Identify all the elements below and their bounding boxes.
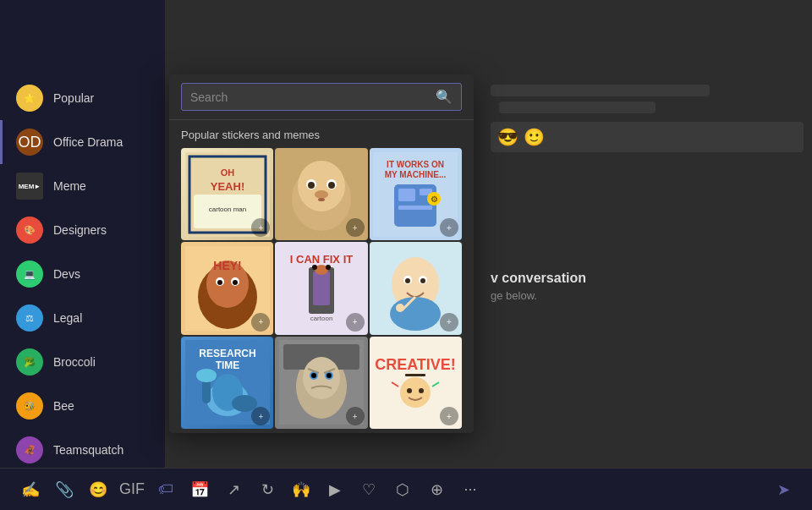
sticker-oh-yeah[interactable]: OH YEAH! cartoon man + (181, 148, 273, 240)
emoji-snippet: 😎 🙂 (491, 122, 804, 152)
svg-point-44 (405, 278, 410, 283)
toolbar: ✍📎😊GIF🏷📅↗↻🙌▶♡⬡⊕···➤ (0, 468, 812, 510)
sidebar-item-meme[interactable]: MEM►Meme (0, 164, 165, 208)
sidebar: ⭐PopularODOffice DramaMEM►Meme🎨Designers… (0, 0, 165, 510)
sticker-baby[interactable]: + (370, 242, 462, 334)
toolbar-btn-send-later[interactable]: ↗ (218, 474, 249, 505)
search-wrap[interactable]: 🔍 (181, 83, 462, 111)
sidebar-icon-designers: 🎨 (16, 217, 43, 244)
sidebar-item-popular[interactable]: ⭐Popular (0, 76, 165, 120)
sticker-add-icon: + (258, 412, 263, 421)
svg-point-70 (407, 388, 412, 393)
svg-point-8 (298, 161, 345, 211)
sticker-doge[interactable]: + (275, 148, 367, 240)
chat-title-area: v conversation ge below. (491, 271, 586, 302)
svg-point-45 (420, 278, 425, 283)
sticker-hey[interactable]: HEY! + (181, 242, 273, 334)
sidebar-item-bee[interactable]: 🐝Bee (0, 384, 165, 428)
sticker-creative[interactable]: CREATIVE! + (370, 337, 462, 429)
svg-text:CREATIVE!: CREATIVE! (375, 356, 456, 373)
sticker-overlay-fix-it: + (346, 313, 365, 332)
sidebar-label-broccoli: Broccoli (53, 355, 96, 369)
sticker-overlay-creative: + (440, 407, 458, 425)
toolbar-btn-more[interactable]: ··· (455, 474, 486, 505)
search-bar: 🔍 (169, 74, 474, 120)
sticker-it-works[interactable]: IT WORKS ON MY MACHINE... ⚙ + (370, 148, 462, 240)
svg-text:RESEARCH: RESEARCH (199, 348, 255, 359)
svg-point-48 (396, 304, 404, 312)
sticker-research[interactable]: RESEARCH TIME + (181, 337, 273, 429)
toolbar-btn-gif[interactable]: GIF (117, 474, 147, 505)
svg-text:cartoon: cartoon (310, 315, 333, 322)
toolbar-btn-praise[interactable]: 🙌 (286, 474, 316, 505)
sidebar-label-bee: Bee (53, 399, 74, 413)
sticker-overlay-hey: + (251, 313, 270, 332)
toolbar-btn-more-emoji[interactable]: ⊕ (421, 474, 452, 505)
toolbar-btn-loop[interactable]: ↻ (252, 474, 283, 505)
svg-point-14 (318, 198, 325, 201)
sidebar-icon-legal: ⚖ (16, 304, 43, 332)
sticker-fix-it[interactable]: I CAN FIX IT cartoon + (275, 242, 367, 334)
svg-point-71 (419, 388, 424, 393)
sidebar-item-devs[interactable]: 💻Devs (0, 252, 165, 296)
sidebar-item-office-drama[interactable]: ODOffice Drama (0, 120, 165, 164)
chat-title: conversation (502, 271, 586, 285)
msg-snippet-2 (499, 101, 656, 113)
toolbar-btn-stream[interactable]: ▶ (320, 474, 350, 505)
sidebar-label-designers: Designers (53, 223, 107, 237)
svg-rect-19 (398, 189, 415, 201)
sticker-overlay-doge: + (346, 218, 365, 237)
svg-text:IT WORKS ON: IT WORKS ON (387, 160, 444, 169)
sticker-add-icon: + (447, 223, 452, 233)
chat-heading: v conversation (491, 271, 586, 286)
toolbar-btn-sticker[interactable]: 🏷 (151, 474, 181, 505)
sidebar-label-popular: Popular (53, 91, 94, 105)
svg-point-55 (196, 369, 217, 382)
sticker-add-icon: + (447, 317, 452, 326)
sticker-add-icon: + (258, 223, 263, 233)
svg-point-69 (400, 377, 431, 408)
sidebar-label-devs: Devs (53, 267, 80, 281)
sidebar-icon-bee: 🐝 (16, 392, 43, 420)
toolbar-btn-starbucks[interactable]: ⬡ (387, 474, 418, 505)
toolbar-btn-attach[interactable]: 📎 (49, 474, 80, 505)
send-button[interactable]: ➤ (768, 474, 798, 505)
sidebar-item-broccoli[interactable]: 🥦Broccoli (0, 340, 165, 384)
sidebar-icon-meme: MEM► (16, 173, 43, 200)
sticker-add-icon: + (447, 412, 452, 421)
svg-text:TIME: TIME (215, 359, 239, 371)
svg-point-37 (312, 265, 317, 270)
sidebar-item-teamsquatch[interactable]: 🦧Teamsquatch (0, 428, 165, 472)
svg-text:I CAN FIX IT: I CAN FIX IT (290, 253, 353, 266)
svg-point-38 (326, 265, 331, 270)
sidebar-item-legal[interactable]: ⚖Legal (0, 296, 165, 340)
toolbar-btn-schedule[interactable]: 📅 (184, 474, 215, 505)
sticker-overlay-grumpy: + (346, 407, 365, 425)
sidebar-label-legal: Legal (53, 311, 82, 325)
sidebar-label-teamsquatch: Teamsquatch (53, 443, 123, 457)
sticker-panel: 🔍 Popular stickers and memes OH YEAH! ca… (169, 74, 474, 433)
chat-subtitle: ge below. (491, 289, 586, 302)
svg-rect-21 (398, 206, 432, 210)
toolbar-btn-emoji[interactable]: 😊 (83, 474, 113, 505)
sidebar-icon-office-drama: OD (16, 129, 43, 156)
svg-point-30 (233, 280, 238, 285)
sidebar-icon-teamsquatch: 🦧 (16, 436, 43, 463)
svg-point-11 (308, 182, 315, 189)
svg-text:MY MACHINE...: MY MACHINE... (385, 170, 447, 179)
svg-text:cartoon man: cartoon man (208, 206, 245, 213)
sticker-overlay-baby: + (440, 313, 458, 332)
toolbar-btn-heart[interactable]: ♡ (354, 474, 384, 505)
svg-point-29 (217, 280, 222, 285)
toolbar-btn-format[interactable]: ✍ (15, 474, 46, 505)
sticker-grumpy[interactable]: + (275, 337, 367, 429)
sidebar-item-designers[interactable]: 🎨Designers (0, 208, 165, 252)
sticker-add-icon: + (353, 223, 358, 233)
svg-point-64 (326, 373, 332, 378)
sidebar-icon-broccoli: 🥦 (16, 348, 43, 376)
message-snippets: 😎 🙂 (491, 85, 804, 152)
svg-point-46 (390, 297, 441, 331)
sidebar-label-office-drama: Office Drama (53, 135, 123, 149)
panel-title: Popular stickers and memes (169, 120, 474, 146)
search-input[interactable] (190, 90, 436, 104)
